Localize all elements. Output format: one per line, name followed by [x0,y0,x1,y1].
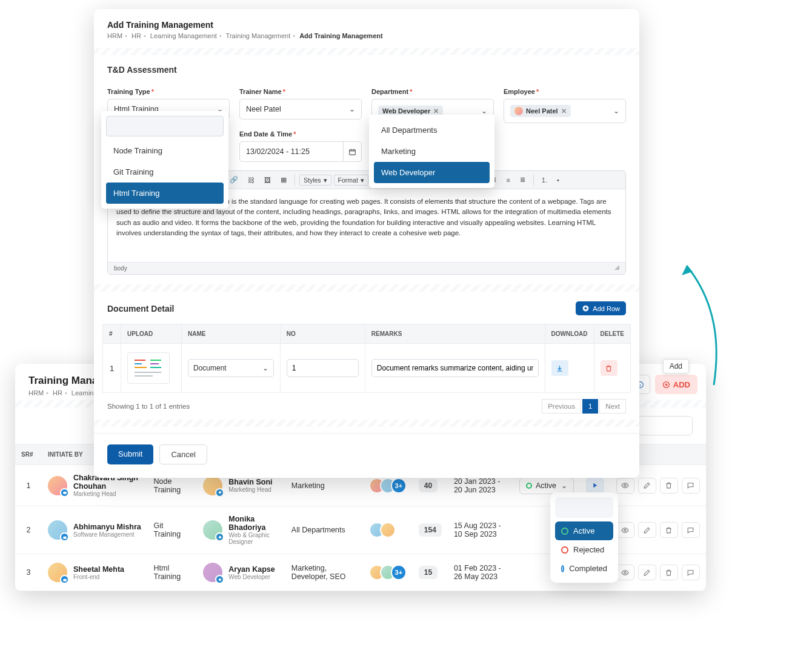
add-button[interactable]: ADD [655,375,697,394]
department-dropdown: All Departments Marketing Web Developer [369,115,494,188]
view-icon[interactable] [616,565,634,580]
edit-icon[interactable] [638,565,656,580]
opt-web-developer[interactable]: Web Developer [374,162,490,183]
end-date-input[interactable]: 13/02/2024 - 11:25 [239,141,344,162]
svg-rect-5 [63,536,66,538]
modal-title: Add Training Management [107,20,626,30]
image-icon[interactable]: 🖼 [261,175,275,186]
svg-point-10 [624,571,626,573]
section-assessment: T&D Assessment [107,65,177,75]
view-icon[interactable] [616,478,634,494]
opt-git-training[interactable]: Git Training [106,161,224,183]
unlink-icon[interactable]: ⛓ [244,175,258,186]
svg-point-9 [219,578,221,581]
svg-rect-18 [150,367,161,368]
label-employee: Employee* [504,88,626,95]
add-training-modal: Add Training Management HRM• HR• Learnin… [94,9,639,478]
pager-page-1[interactable]: 1 [582,399,598,414]
trainer-name-select[interactable]: Neel Patel⌄ [239,99,362,119]
svg-rect-14 [135,363,142,364]
opt-marketing[interactable]: Marketing [374,141,490,162]
doc-name-select[interactable]: Document⌄ [188,359,274,377]
document-row: 1 Document⌄ [103,344,631,393]
pager-prev[interactable]: Previous [542,399,581,414]
add-row-button[interactable]: Add Row [576,301,626,315]
svg-rect-17 [150,363,159,364]
align-justify-icon[interactable]: ≣ [516,174,529,186]
table-icon[interactable]: ▦ [277,174,290,186]
status-popover: Active Rejected Completed [550,492,618,583]
submit-button[interactable]: Submit [107,444,153,464]
list-ul-icon[interactable]: • [553,175,563,186]
comment-icon[interactable] [682,478,700,494]
modal-breadcrumb: HRM• HR• Learning Management• Training M… [107,32,626,39]
remove-chip-icon[interactable]: ✕ [433,107,439,115]
view-icon[interactable] [616,522,634,538]
label-training-type: Training Type* [107,88,230,95]
comment-icon[interactable] [682,522,700,538]
resize-handle-icon[interactable] [614,265,619,270]
label-end-date: End Date & Time* [239,130,362,138]
styles-select[interactable]: Styles▾ [299,175,331,186]
svg-rect-16 [150,360,161,361]
delete-icon[interactable] [660,565,678,580]
employee-select[interactable]: Neel Patel✕ ⌄ [504,99,626,123]
format-select[interactable]: Format▾ [334,175,368,186]
opt-html-training[interactable]: Html Training [106,183,224,204]
status-search[interactable] [555,497,613,518]
label-department: Department* [371,88,494,95]
add-tooltip: Add [663,359,689,374]
comment-icon[interactable] [682,565,700,580]
svg-rect-11 [350,149,356,155]
opt-node-training[interactable]: Node Training [106,140,224,161]
svg-point-7 [624,529,626,531]
status-select[interactable]: Active ⌄ [519,477,574,494]
download-button[interactable] [551,360,568,376]
svg-rect-2 [63,492,66,494]
doc-remarks-input[interactable] [371,359,539,377]
align-right-icon[interactable]: ≡ [502,175,513,186]
doc-no-input[interactable] [287,359,359,377]
status-opt-rejected[interactable]: Rejected [555,540,613,559]
delete-button[interactable] [601,360,617,376]
play-button[interactable] [586,478,604,494]
svg-point-3 [219,491,221,494]
section-document: Document Detail [107,304,174,313]
svg-point-4 [624,484,626,486]
delete-icon[interactable] [660,522,678,538]
editor-path: body [114,265,127,272]
svg-rect-13 [135,360,145,361]
cancel-button[interactable]: Cancel [159,444,207,464]
svg-point-6 [219,536,221,538]
status-opt-active[interactable]: Active [555,521,613,540]
svg-rect-19 [135,372,161,373]
svg-rect-20 [135,375,153,377]
delete-icon[interactable] [660,478,678,494]
edit-icon[interactable] [638,478,656,494]
pager-info: Showing 1 to 1 of 1 entries [107,403,190,410]
status-opt-completed[interactable]: Completed [555,559,613,578]
training-type-dropdown: Node Training Git Training Html Training [101,111,228,209]
document-table: # UPLOAD NAME NO REMARKS DOWNLOAD DELETE… [102,324,631,393]
remove-chip-icon[interactable]: ✕ [561,107,567,115]
dropdown-search[interactable] [106,116,224,136]
svg-rect-8 [63,578,66,581]
svg-rect-15 [135,367,147,368]
label-trainer-name: Trainer Name* [239,88,362,95]
list-ol-icon[interactable]: 1. [538,175,551,186]
edit-icon[interactable] [638,522,656,538]
calendar-icon[interactable] [344,141,362,162]
opt-all-departments[interactable]: All Departments [374,119,490,141]
pager-next[interactable]: Next [599,399,626,414]
upload-thumbnail[interactable] [127,352,170,384]
